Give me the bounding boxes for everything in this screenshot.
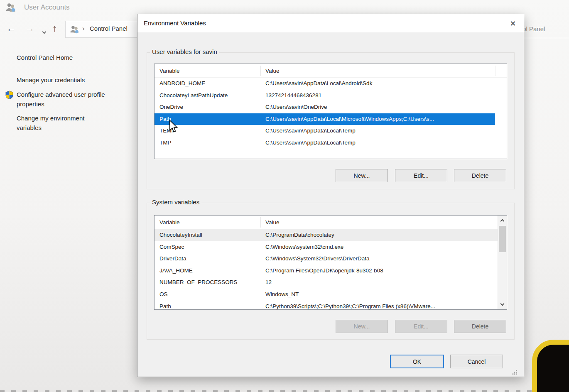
breadcrumb-chevron-icon: › <box>82 24 85 33</box>
column-value[interactable]: Value <box>265 216 280 229</box>
users-icon <box>69 24 80 36</box>
table-row[interactable]: Path C:\Python39\Scripts\;C:\Python39\;C… <box>155 301 498 310</box>
column-value[interactable]: Value <box>265 64 280 78</box>
scrollbar-thumb[interactable] <box>499 226 506 252</box>
sidebar-item-manage-credentials[interactable]: Manage your credentials <box>17 75 105 85</box>
window-title: User Accounts <box>24 3 70 12</box>
user-delete-button[interactable]: Delete <box>454 169 506 182</box>
table-row[interactable]: ANDROID_HOME C:\Users\savin\AppData\Loca… <box>155 78 495 90</box>
scrollbar-down-icon[interactable] <box>498 299 507 309</box>
history-dropdown-icon[interactable] <box>43 27 46 35</box>
dialog-titlebar[interactable]: Environment Variables ✕ <box>137 14 524 32</box>
user-edit-button[interactable]: Edit... <box>395 169 447 182</box>
ok-button[interactable]: OK <box>390 355 444 368</box>
table-row[interactable]: TMP C:\Users\savin\AppData\Local\Temp <box>155 137 495 149</box>
table-header[interactable]: Variable Value <box>155 216 507 229</box>
table-row[interactable]: DriverData C:\Windows\System32\Drivers\D… <box>155 253 498 265</box>
forward-arrow-icon: → <box>25 23 34 34</box>
column-variable[interactable]: Variable <box>159 216 180 229</box>
table-row[interactable]: OS Windows_NT <box>155 289 498 301</box>
table-row[interactable]: ChocolateyLastPathUpdate 132742144468436… <box>155 90 495 102</box>
uac-shield-icon <box>5 91 13 101</box>
system-variables-table[interactable]: Variable Value ChocolateyInstall C:\Prog… <box>154 215 507 310</box>
column-separator[interactable] <box>260 66 261 76</box>
sidebar-item-control-panel-home[interactable]: Control Panel Home <box>17 53 105 62</box>
scrollbar-up-icon[interactable] <box>498 216 507 225</box>
resize-grip[interactable] <box>512 369 517 377</box>
webcam-frame-overlay <box>532 340 569 392</box>
up-arrow-icon[interactable]: ↑ <box>52 23 57 34</box>
system-delete-button[interactable]: Delete <box>454 320 506 333</box>
close-icon[interactable]: ✕ <box>505 17 521 29</box>
table-row[interactable]: JAVA_HOME C:\Program Files\OpenJDK\openj… <box>155 265 498 277</box>
user-new-button[interactable]: New... <box>336 169 388 182</box>
system-edit-button: Edit... <box>395 320 447 333</box>
environment-variables-dialog: Environment Variables ✕ User variables f… <box>137 14 524 377</box>
column-separator[interactable] <box>260 217 261 228</box>
search-box-underline <box>524 38 569 38</box>
table-row[interactable]: TEMP C:\Users\savin\AppData\Local\Temp <box>155 125 495 137</box>
sidebar-item-change-env-variables[interactable]: Change my environment variables <box>17 113 105 132</box>
system-variables-label: System variables <box>150 198 201 206</box>
breadcrumb[interactable]: Control Panel <box>90 25 128 32</box>
cancel-button[interactable]: Cancel <box>450 355 503 368</box>
clipped-bottom-text <box>0 390 569 392</box>
column-variable[interactable]: Variable <box>159 64 180 78</box>
user-variables-table[interactable]: Variable Value ANDROID_HOME C:\Users\sav… <box>154 64 507 159</box>
user-accounts-icon <box>5 2 17 15</box>
table-row[interactable]: OneDrive C:\Users\savin\OneDrive <box>155 101 495 113</box>
table-row[interactable]: ComSpec C:\Windows\system32\cmd.exe <box>155 241 498 253</box>
table-row[interactable]: NUMBER_OF_PROCESSORS 12 <box>155 277 498 289</box>
back-arrow-icon[interactable]: ← <box>6 23 16 34</box>
user-variables-label: User variables for savin <box>150 48 219 55</box>
sidebar-item-configure-profile[interactable]: Configure advanced user profile properti… <box>17 90 105 109</box>
mouse-cursor <box>169 120 179 135</box>
table-row[interactable]: ChocolateyInstall C:\ProgramData\chocola… <box>155 229 498 241</box>
table-row-selected-path[interactable]: Path C:\Users\savin\AppData\Local\Micros… <box>155 113 495 125</box>
system-new-button: New... <box>336 320 388 333</box>
dialog-title: Environment Variables <box>144 20 206 27</box>
table-header[interactable]: Variable Value <box>155 64 507 78</box>
column-separator[interactable] <box>495 66 495 76</box>
screen: { "window": { "title": "User Accounts", … <box>0 0 569 392</box>
scrollbar[interactable] <box>498 216 507 309</box>
